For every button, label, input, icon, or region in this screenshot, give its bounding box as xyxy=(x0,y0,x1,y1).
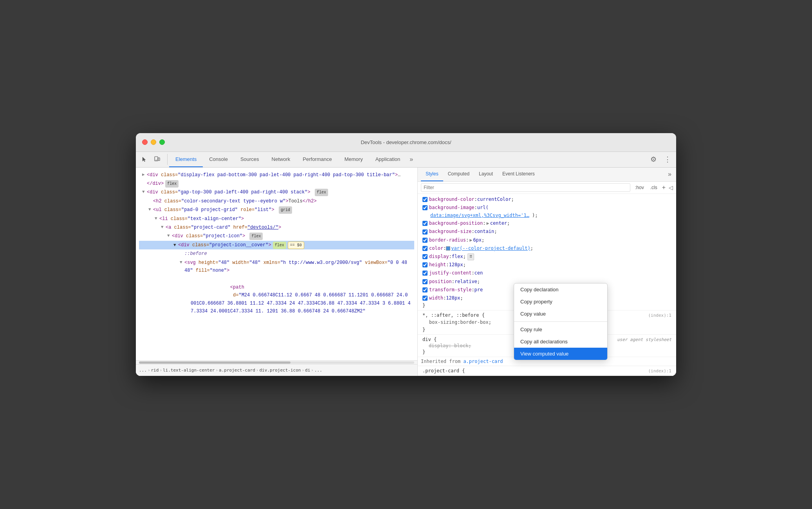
more-styles-tabs[interactable]: » xyxy=(666,171,673,178)
window-title: DevTools - developer.chrome.com/docs/ xyxy=(361,139,451,145)
source-line: (index):1 xyxy=(648,313,671,318)
prop-checkbox[interactable] xyxy=(422,197,428,202)
project-card-rule-header: .project-card { (index):1 xyxy=(421,368,673,374)
prop-checkbox[interactable] xyxy=(422,296,428,301)
context-menu-copy-rule[interactable]: Copy rule xyxy=(514,323,607,336)
right-panel: Styles Computed Layout Event Listeners » xyxy=(418,168,676,376)
prop-checkbox[interactable] xyxy=(422,229,428,235)
horizontal-scrollbar[interactable] xyxy=(136,360,417,364)
prop-display: display: flex; ⠿ xyxy=(421,253,673,261)
color-swatch[interactable] xyxy=(446,246,450,251)
inherited-link[interactable]: a.project-card xyxy=(463,359,503,364)
prop-border-radius: border-radius: ▶6px; xyxy=(421,236,673,244)
breadcrumb-ellipsis[interactable]: ... xyxy=(139,368,147,373)
main-tabs: Elements Console Sources Network Perform… xyxy=(169,152,645,167)
title-bar: DevTools - developer.chrome.com/docs/ xyxy=(136,133,676,152)
toolbar: Elements Console Sources Network Perform… xyxy=(136,152,676,168)
breadcrumb-rid[interactable]: rid xyxy=(151,368,159,373)
more-options-icon[interactable]: ⋮ xyxy=(662,154,673,165)
more-tabs-button[interactable]: » xyxy=(406,152,416,167)
elements-panel: ▶ <div class="display-flex pad-bottom-30… xyxy=(136,168,418,376)
close-button[interactable] xyxy=(142,139,148,145)
prop-background-position: background-position: ▶center; xyxy=(421,219,673,227)
prop-height: height: 128px; xyxy=(421,261,673,269)
breadcrumb-end[interactable]: ... xyxy=(314,368,322,373)
prop-background-size: background-size: contain; xyxy=(421,227,673,236)
user-agent-label: user agent stylesheet xyxy=(617,337,671,342)
sidebar-toggle[interactable]: ◁ xyxy=(669,184,673,191)
context-menu-copy-declaration[interactable]: Copy declaration xyxy=(514,283,607,296)
cls-button[interactable]: .cls xyxy=(649,184,659,191)
filter-bar: :hov .cls + ◁ xyxy=(418,182,676,194)
tab-layout[interactable]: Layout xyxy=(474,168,498,181)
minimize-button[interactable] xyxy=(151,139,156,145)
traffic-lights xyxy=(142,139,165,145)
context-menu-view-computed[interactable]: View computed value xyxy=(514,348,607,360)
prop-justify-content: justify-content: cen xyxy=(421,269,673,277)
breadcrumb-div-icon[interactable]: div.project-icon xyxy=(259,368,301,373)
hov-button[interactable]: :hov xyxy=(633,184,646,191)
settings-icon[interactable]: ⚙ xyxy=(648,154,659,165)
prop-checkbox[interactable] xyxy=(422,254,428,259)
filter-input[interactable] xyxy=(421,183,630,192)
maximize-button[interactable] xyxy=(159,139,165,145)
tab-network[interactable]: Network xyxy=(265,152,297,167)
breadcrumb: ... › rid › li.text-align-center › a.pro… xyxy=(136,364,417,376)
prop-background-image: background-image: url( xyxy=(421,204,673,212)
devtools-window: DevTools - developer.chrome.com/docs/ El… xyxy=(136,133,676,376)
prop-background-color: background-color: currentColor; xyxy=(421,195,673,204)
toolbar-right: ⚙ ⋮ xyxy=(645,154,673,165)
prop-url-line: data:image/svg+xml,%3Csvg_width='1… ); xyxy=(421,212,673,219)
tab-sources[interactable]: Sources xyxy=(234,152,265,167)
tab-performance[interactable]: Performance xyxy=(296,152,338,167)
tab-memory[interactable]: Memory xyxy=(338,152,369,167)
var-link[interactable]: var(--color-project-default) xyxy=(451,245,530,252)
context-menu-copy-all-declarations[interactable]: Copy all declarations xyxy=(514,336,607,348)
display-badge: ⠿ xyxy=(467,253,474,260)
prop-checkbox[interactable] xyxy=(422,271,428,276)
html-tree[interactable]: ▶ <div class="display-flex pad-bottom-30… xyxy=(136,168,417,361)
tab-elements[interactable]: Elements xyxy=(169,152,203,167)
svg-rect-1 xyxy=(158,158,160,161)
prop-checkbox[interactable] xyxy=(422,262,428,267)
tab-computed[interactable]: Computed xyxy=(443,168,474,181)
styles-tabs: Styles Computed Layout Event Listeners » xyxy=(418,168,676,182)
tab-application[interactable]: Application xyxy=(369,152,407,167)
add-style-button[interactable]: + xyxy=(662,184,666,191)
context-menu: Copy declaration Copy property Copy valu… xyxy=(514,283,608,360)
tab-event-listeners[interactable]: Event Listeners xyxy=(498,168,540,181)
url-link[interactable]: data:image/svg+xml,%3Csvg_width='1… xyxy=(430,213,529,218)
prop-color: color: var(--color-project-default); xyxy=(421,244,673,253)
breadcrumb-di[interactable]: di xyxy=(305,368,310,373)
context-menu-separator xyxy=(514,321,607,322)
breadcrumb-li[interactable]: li.text-align-center xyxy=(163,368,215,373)
prop-checkbox[interactable] xyxy=(422,238,428,243)
prop-checkbox[interactable] xyxy=(422,246,428,251)
project-card-source: (index):1 xyxy=(648,368,671,374)
breadcrumb-a[interactable]: a.project-card xyxy=(219,368,255,373)
prop-checkbox[interactable] xyxy=(422,287,428,292)
html-code: ▶ <div class="display-flex pad-bottom-30… xyxy=(136,171,417,324)
context-menu-copy-value[interactable]: Copy value xyxy=(514,308,607,320)
style-rule-project-card: .project-card { (index):1 xyxy=(418,366,676,376)
prop-checkbox[interactable] xyxy=(422,221,428,226)
device-icon[interactable] xyxy=(152,154,162,165)
toolbar-icons xyxy=(139,154,168,165)
tab-console[interactable]: Console xyxy=(203,152,234,167)
main-content: ▶ <div class="display-flex pad-bottom-30… xyxy=(136,168,676,376)
prop-checkbox[interactable] xyxy=(422,279,428,284)
tab-styles[interactable]: Styles xyxy=(421,168,443,181)
cursor-icon[interactable] xyxy=(139,154,150,165)
context-menu-copy-property[interactable]: Copy property xyxy=(514,296,607,308)
prop-checkbox[interactable] xyxy=(422,205,428,210)
